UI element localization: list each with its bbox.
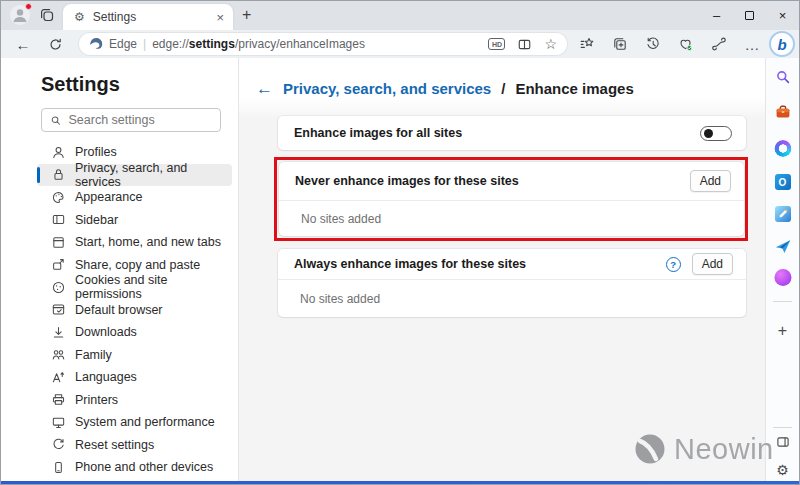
sidebar-item-downloads[interactable]: Downloads bbox=[37, 321, 232, 344]
history-icon[interactable] bbox=[645, 36, 661, 52]
settings-sidebar: Settings Profiles Priv bbox=[1, 58, 239, 481]
rail-designer-icon[interactable] bbox=[775, 206, 791, 222]
settings-content: ← Privacy, search, and services / Enhanc… bbox=[239, 58, 765, 481]
tab-settings[interactable]: ⚙ Settings × bbox=[63, 4, 233, 30]
never-enhance-card: Never enhance images for these sites Add… bbox=[279, 162, 744, 236]
navigation-toolbar: ← Edge | edge://settings/privacy/enhance… bbox=[1, 30, 799, 58]
sidebar-item-languages[interactable]: Languages bbox=[37, 366, 232, 389]
notification-dot bbox=[25, 3, 32, 10]
rail-games-icon[interactable] bbox=[774, 269, 791, 286]
sidebar-item-appearance[interactable]: Appearance bbox=[37, 186, 232, 209]
phone-icon bbox=[51, 460, 66, 475]
maximize-button[interactable] bbox=[733, 1, 766, 30]
sidebar-item-printers[interactable]: Printers bbox=[37, 389, 232, 412]
never-enhance-add-button[interactable]: Add bbox=[690, 170, 731, 192]
toolbar-icons: … bbox=[579, 36, 760, 52]
family-icon bbox=[51, 347, 66, 362]
browser-body: Settings Profiles Priv bbox=[1, 58, 799, 481]
edge-sidebar-rail: O + ⚙ bbox=[765, 58, 799, 481]
printer-icon bbox=[51, 392, 66, 407]
page-title: Enhance images bbox=[515, 80, 633, 97]
collections-icon[interactable] bbox=[612, 36, 628, 52]
never-enhance-label: Never enhance images for these sites bbox=[295, 174, 519, 188]
rail-shopping-icon[interactable] bbox=[775, 104, 791, 120]
always-enhance-empty-text: No sites added bbox=[278, 292, 380, 306]
window-controls: – × bbox=[700, 1, 799, 30]
palette-icon bbox=[51, 190, 66, 205]
sidebar-item-reset[interactable]: Reset settings bbox=[37, 434, 232, 457]
help-icon[interactable]: ? bbox=[666, 257, 681, 272]
sidebar-item-system[interactable]: System and performance bbox=[37, 411, 232, 434]
split-screen-icon[interactable] bbox=[517, 37, 532, 52]
rail-divider bbox=[773, 301, 792, 302]
sidebar-item-phone[interactable]: Phone and other devices bbox=[37, 456, 232, 479]
address-bar[interactable]: Edge | edge://settings/privacy/enhanceIm… bbox=[79, 33, 567, 55]
download-icon bbox=[51, 325, 66, 340]
favorite-star-icon[interactable]: ☆ bbox=[544, 36, 557, 52]
neowin-watermark: Neowin bbox=[633, 432, 774, 466]
rail-sidebar-panel-icon[interactable] bbox=[776, 436, 789, 448]
always-enhance-card: Always enhance images for these sites ? … bbox=[278, 249, 746, 317]
favorites-icon[interactable] bbox=[579, 36, 595, 52]
rail-search-icon[interactable] bbox=[775, 69, 791, 85]
tab-close-icon[interactable]: × bbox=[216, 11, 224, 24]
sidebar-item-privacy[interactable]: Privacy, search, and services bbox=[37, 164, 232, 187]
url-divider: | bbox=[143, 37, 146, 51]
desktop-edge-strip bbox=[1, 481, 799, 485]
maximize-icon bbox=[745, 11, 754, 20]
minimize-button[interactable]: – bbox=[700, 1, 733, 30]
sidebar-item-family[interactable]: Family bbox=[37, 344, 232, 367]
sidebar-layout-icon bbox=[51, 212, 66, 227]
breadcrumb-parent-link[interactable]: Privacy, search, and services bbox=[283, 80, 491, 97]
bing-copilot-icon[interactable]: b bbox=[769, 31, 795, 57]
always-enhance-add-button[interactable]: Add bbox=[692, 253, 733, 275]
more-options-icon[interactable]: … bbox=[744, 36, 760, 52]
search-input[interactable] bbox=[69, 113, 212, 127]
sidebar-item-sidebar[interactable]: Sidebar bbox=[37, 209, 232, 232]
refresh-button[interactable] bbox=[47, 36, 63, 52]
watermark-text: Neowin bbox=[674, 433, 774, 466]
title-bar: ⚙ Settings × + – × bbox=[1, 1, 799, 30]
back-button[interactable]: ← bbox=[15, 36, 31, 52]
enhance-all-sites-label: Enhance images for all sites bbox=[294, 126, 462, 140]
profile-avatar[interactable] bbox=[10, 5, 30, 25]
browser-essentials-icon[interactable] bbox=[678, 36, 694, 52]
cookie-icon bbox=[51, 280, 66, 295]
breadcrumb-back-icon[interactable]: ← bbox=[256, 80, 273, 97]
breadcrumb: ← Privacy, search, and services / Enhanc… bbox=[256, 80, 634, 97]
reset-icon bbox=[51, 437, 66, 452]
settings-nav-list: Profiles Privacy, search, and services A… bbox=[1, 141, 238, 479]
person-icon bbox=[51, 145, 66, 160]
monitor-icon bbox=[51, 415, 66, 430]
share-link-icon[interactable] bbox=[711, 36, 727, 52]
rail-drop-icon[interactable] bbox=[774, 238, 791, 255]
enhance-all-sites-toggle[interactable] bbox=[700, 126, 732, 141]
enhance-images-hd-icon[interactable]: HD bbox=[488, 38, 505, 50]
settings-gear-icon: ⚙ bbox=[74, 11, 85, 23]
workspaces-icon[interactable] bbox=[39, 7, 55, 27]
close-button[interactable]: × bbox=[766, 1, 799, 30]
never-enhance-empty-text: No sites added bbox=[279, 212, 381, 226]
settings-search-box[interactable] bbox=[41, 108, 221, 132]
always-enhance-label: Always enhance images for these sites bbox=[294, 257, 526, 271]
language-icon bbox=[51, 370, 66, 385]
toggle-knob bbox=[704, 129, 713, 138]
browser-check-icon bbox=[51, 302, 66, 317]
search-icon bbox=[50, 114, 62, 127]
sidebar-item-cookies[interactable]: Cookies and site permissions bbox=[37, 276, 232, 299]
rail-add-icon[interactable]: + bbox=[778, 322, 787, 340]
lock-icon bbox=[51, 167, 66, 182]
neowin-logo-icon bbox=[633, 432, 667, 466]
rail-copilot-icon[interactable] bbox=[774, 140, 791, 157]
share-icon bbox=[51, 257, 66, 272]
enhance-all-sites-card: Enhance images for all sites bbox=[278, 116, 746, 150]
tab-title: Settings bbox=[93, 10, 136, 24]
sidebar-item-default-browser[interactable]: Default browser bbox=[37, 299, 232, 322]
url-text[interactable]: edge://settings/privacy/enhanceImages bbox=[152, 37, 365, 51]
sidebar-title: Settings bbox=[41, 72, 238, 96]
rail-settings-gear-icon[interactable]: ⚙ bbox=[776, 462, 789, 478]
rail-outlook-icon[interactable]: O bbox=[775, 174, 791, 190]
sidebar-item-start-home[interactable]: Start, home, and new tabs bbox=[37, 231, 232, 254]
new-tab-button[interactable]: + bbox=[242, 6, 251, 24]
browser-window: ⚙ Settings × + – × ← Edge | edge://setti… bbox=[0, 0, 800, 485]
